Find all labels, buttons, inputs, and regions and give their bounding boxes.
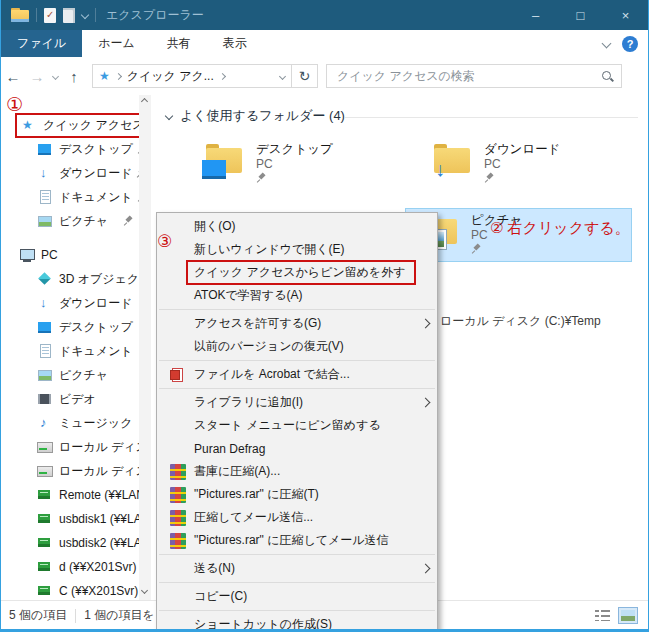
sidebar-item-net[interactable]: d (¥¥X201Svr) (S:: [1, 555, 139, 579]
sidebar-item-label: ピクチャ: [59, 213, 108, 230]
context-menu-item[interactable]: 開く(O): [157, 215, 437, 238]
tab-ホーム[interactable]: ホーム: [82, 30, 151, 57]
menu-item-label: クイック アクセスからピン留めを外す: [186, 260, 416, 285]
star-icon: [21, 117, 37, 133]
quick-access-star-icon: ★: [99, 69, 110, 83]
folder-tile-2[interactable]: ↓ダウンロードPC: [419, 138, 646, 192]
context-menu-item[interactable]: 圧縮してメール送信...: [157, 506, 437, 529]
sidebar-item-pc[interactable]: PC: [1, 243, 139, 267]
sidebar-item-label: ローカル ディスク (D:: [59, 463, 139, 480]
breadcrumb-chevron-icon[interactable]: [219, 72, 226, 79]
sidebar-item-pic[interactable]: ピクチャ: [1, 363, 139, 387]
up-button[interactable]: ↑: [62, 68, 86, 85]
sidebar-item-inner: d (¥¥X201Svr) (S:: [33, 557, 139, 577]
minimize-button[interactable]: –: [513, 0, 558, 30]
context-menu-item[interactable]: 以前のバージョンの復元(V): [157, 335, 437, 358]
context-menu-item[interactable]: ライブラリに追加(I): [157, 391, 437, 414]
context-menu-item[interactable]: ATOKで学習する(A): [157, 284, 437, 307]
menu-icon-spacer: [170, 242, 186, 258]
qat-chevron-down-icon[interactable]: [81, 11, 89, 19]
sidebar-item-video[interactable]: ビデオ: [1, 387, 139, 411]
tab-共有[interactable]: 共有: [151, 30, 207, 57]
net-icon: [37, 511, 53, 527]
thumbnail-view-icon[interactable]: [618, 607, 638, 624]
sidebar-item-disk[interactable]: ローカル ディスク (C:: [1, 435, 139, 459]
sidebar-item-download[interactable]: ダウンロード: [1, 161, 139, 185]
section-collapse-icon[interactable]: [165, 112, 173, 120]
sidebar-gap: [1, 233, 139, 243]
sidebar-item-quick-access[interactable]: クイック アクセス: [1, 113, 139, 137]
sidebar-scrollbar[interactable]: [139, 95, 151, 600]
context-menu-item[interactable]: スタート メニューにピン留めする: [157, 414, 437, 437]
partially-visible-item-path[interactable]: ローカル ディスク (C:)¥Temp: [440, 313, 601, 330]
sidebar-item-net[interactable]: usbdisk1 (¥¥LAN: [1, 507, 139, 531]
context-menu-item[interactable]: 送る(N): [157, 557, 437, 580]
tab-表示[interactable]: 表示: [207, 30, 263, 57]
sidebar-item-cube[interactable]: 3D オブジェクト: [1, 267, 139, 291]
close-button[interactable]: ×: [603, 0, 648, 30]
menu-separator: [159, 388, 435, 389]
sidebar-item-net[interactable]: C (¥¥X201Svr) (T:: [1, 579, 139, 600]
sidebar-item-pic[interactable]: ピクチャ: [1, 209, 139, 233]
docfile-icon: [37, 343, 53, 359]
sidebar-item-net[interactable]: usbdisk2 (¥¥LAN: [1, 531, 139, 555]
sidebar-tree: クイック アクセスデスクトップダウンロードドキュメントピクチャPC3D オブジェ…: [1, 95, 139, 600]
sidebar-item-label: C (¥¥X201Svr) (T:: [59, 584, 139, 598]
forward-button[interactable]: →: [25, 68, 49, 85]
pc-icon: [19, 247, 35, 263]
sidebar-item-inner: ドキュメント: [33, 187, 137, 208]
search-input[interactable]: [335, 68, 601, 84]
tab-ファイル[interactable]: ファイル: [1, 30, 82, 57]
context-menu-item[interactable]: クイック アクセスからピン留めを外す: [157, 261, 437, 284]
maximize-button[interactable]: □: [558, 0, 603, 30]
search-icon: [601, 70, 613, 82]
context-menu-item[interactable]: コピー(C): [157, 585, 437, 608]
sidebar-item-label: ローカル ディスク (C:: [59, 439, 139, 456]
context-menu-item[interactable]: 新しいウィンドウで開く(E): [157, 238, 437, 261]
quick-access-toolbar: [1, 8, 96, 23]
menu-separator: [159, 610, 435, 611]
sidebar-item-desktop[interactable]: デスクトップ: [1, 137, 139, 161]
breadcrumb-chevron-icon[interactable]: [115, 72, 122, 79]
item-count: 5 個の項目: [1, 607, 67, 624]
menu-icon-spacer: [170, 441, 186, 457]
address-dropdown-icon[interactable]: [279, 72, 286, 79]
sidebar-item-desktop[interactable]: デスクトップ: [1, 315, 139, 339]
details-view-icon[interactable]: [595, 609, 610, 622]
address-bar: ← → ↑ ★ クイック アク... ↻: [1, 57, 648, 96]
sidebar-item-label: ドキュメント: [59, 189, 133, 206]
ribbon-collapse-icon[interactable]: [602, 39, 612, 49]
section-header[interactable]: よく使用するフォルダー (4): [166, 107, 345, 125]
sidebar-item-music[interactable]: ミュージック: [1, 411, 139, 435]
refresh-button[interactable]: ↻: [292, 64, 318, 88]
download-icon: [37, 295, 53, 311]
properties-icon[interactable]: [44, 8, 56, 23]
scroll-up-icon[interactable]: [141, 98, 148, 105]
context-menu-item[interactable]: アクセスを許可する(G): [157, 312, 437, 335]
context-menu-item[interactable]: "Pictures.rar" に圧縮(T): [157, 483, 437, 506]
context-menu-item[interactable]: 書庫に圧縮(A)...: [157, 460, 437, 483]
help-icon[interactable]: ?: [622, 36, 638, 52]
sidebar-item-docfile[interactable]: ドキュメント: [1, 339, 139, 363]
sidebar-item-disk[interactable]: ローカル ディスク (D:: [1, 459, 139, 483]
scroll-down-icon[interactable]: [141, 587, 148, 594]
new-folder-icon[interactable]: [63, 8, 75, 23]
history-chevron-icon[interactable]: [52, 72, 59, 79]
sidebar-item-docfile[interactable]: ドキュメント: [1, 185, 139, 209]
sidebar-item-download[interactable]: ダウンロード: [1, 291, 139, 315]
context-menu-item[interactable]: Puran Defrag: [157, 437, 437, 460]
context-menu-item[interactable]: "Pictures.rar" に圧縮してメール送信: [157, 529, 437, 552]
pin-icon: [123, 215, 139, 227]
context-menu-item[interactable]: ショートカットの作成(S): [157, 613, 437, 632]
breadcrumb-location[interactable]: クイック アク...: [127, 68, 214, 85]
sidebar-item-net[interactable]: Remote (¥¥LAND: [1, 483, 139, 507]
folder-tile-1[interactable]: デスクトップPC: [191, 138, 418, 192]
back-button[interactable]: ←: [1, 68, 25, 85]
folder-tile-info: ダウンロードPC: [484, 141, 560, 192]
menu-icon-spacer: [170, 418, 186, 434]
breadcrumb[interactable]: ★ クイック アク...: [92, 64, 292, 88]
sidebar-item-label: デスクトップ: [59, 319, 133, 336]
context-menu-item[interactable]: ファイルを Acrobat で結合...: [157, 363, 437, 386]
net-icon: [37, 535, 53, 551]
net-icon: [37, 583, 53, 599]
